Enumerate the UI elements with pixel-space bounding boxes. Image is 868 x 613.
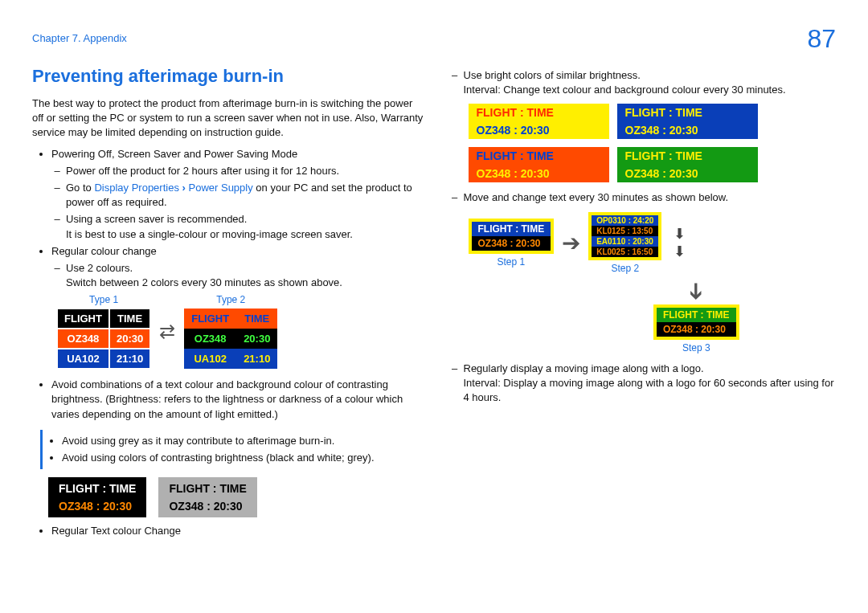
left-column: Preventing afterimage burn-in The best w…	[32, 66, 424, 541]
breadcrumb: Chapter 7. Appendix	[32, 32, 127, 44]
bullet-text-colour-change: Regular Text colour Change	[51, 524, 424, 538]
arrow-down-icon: ➔	[683, 282, 710, 300]
subbullet-bright-colors: Use bright colors of similar brightness.…	[464, 68, 837, 97]
link-power-supply[interactable]: Power Supply	[189, 182, 253, 194]
arrows-down-icon: ⬇⬇	[674, 225, 686, 260]
color-panel-orange: FLIGHT : TIME OZ348 : 20:30	[469, 147, 609, 182]
swap-arrows-icon: ⇄	[159, 321, 175, 343]
subbullet-move-text: Move and change text every 30 minutes as…	[464, 190, 837, 205]
chevron-icon: ›	[182, 182, 189, 194]
intro-text: The best way to protect the product from…	[32, 96, 424, 141]
subbullet-screensaver: Using a screen saver is recommended.It i…	[66, 212, 424, 241]
callout-box: Avoid using grey as it may contribute to…	[40, 430, 424, 469]
bullet-avoid-contrast: Avoid combinations of a text colour and …	[51, 378, 424, 422]
example-panel-grey: FLIGHT : TIME OZ348 : 20:30	[158, 477, 256, 517]
page-title: Preventing afterimage burn-in	[32, 66, 424, 87]
link-display-properties[interactable]: Display Properties	[94, 182, 179, 194]
subbullet-power-off: Power off the product for 2 hours after …	[66, 164, 424, 178]
step2-block: OP0310 : 24:20 KL0125 : 13:50 EA0110 : 2…	[588, 212, 661, 274]
color-panel-green: FLIGHT : TIME OZ348 : 20:30	[617, 147, 758, 182]
bullet-power-saving: Powering Off, Screen Saver and Power Sav…	[51, 147, 424, 242]
callout-grey: Avoid using grey as it may contribute to…	[62, 434, 424, 448]
subbullet-display-props: Go to Display Properties › Power Supply …	[66, 181, 424, 210]
color-panel-yellow: FLIGHT : TIME OZ348 : 20:30	[469, 104, 609, 139]
step1-block: FLIGHT : TIME OZ348 : 20:30 Step 1	[469, 219, 555, 268]
bullet-colour-change: Regular colour change Use 2 colours.Swit…	[51, 244, 424, 291]
color-panel-blue: FLIGHT : TIME OZ348 : 20:30	[617, 104, 758, 139]
right-column: Use bright colors of similar brightness.…	[444, 66, 837, 541]
step3-block: ➔ FLIGHT : TIME OZ348 : 20:30 Step 3	[557, 278, 837, 353]
example-panel-black: FLIGHT : TIME OZ348 : 20:30	[48, 477, 146, 517]
type2-example: Type 2 FLIGHTTIME OZ34820:30 UA10221:10	[183, 294, 278, 370]
subbullet-2colours: Use 2 colours.Switch between 2 colors ev…	[66, 261, 424, 290]
type1-example: Type 1 FLIGHTTIME OZ34820:30 UA10221:10	[56, 294, 151, 370]
arrow-right-icon: ➔	[562, 230, 580, 256]
subbullet-moving-image: Regularly display a moving image along w…	[464, 362, 837, 406]
page-number: 87	[807, 24, 836, 54]
callout-contrast: Avoid using colors of contrasting bright…	[62, 451, 424, 465]
